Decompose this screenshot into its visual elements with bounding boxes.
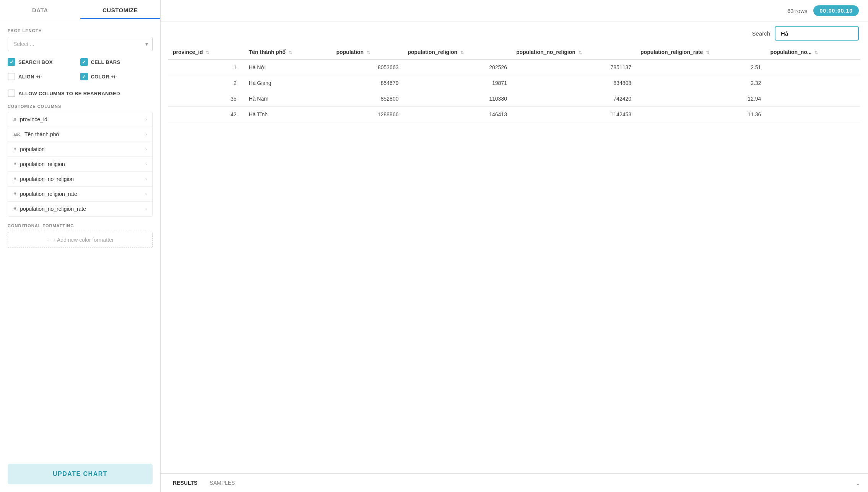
cell-bars-checkbox-box [80,58,88,66]
color-checkbox[interactable]: COLOR +/- [80,73,153,80]
column-list: # province_id › abc Tên thành phố › # po… [8,112,153,217]
add-formatter-button[interactable]: + + Add new color formatter [8,232,153,248]
sort-icon-population: ⇅ [367,50,370,55]
sort-icon-population-no-religion: ⇅ [579,50,582,55]
search-input[interactable] [775,26,859,41]
align-checkbox[interactable]: ALIGN +/- [8,73,80,80]
search-box-checkbox[interactable]: SEARCH BOX [8,58,80,66]
tab-customize[interactable]: CUSTOMIZE [80,0,161,19]
chevron-right-icon: › [145,117,147,122]
table-cell-population_no_religion: 7851137 [512,59,636,75]
col-name-province-id: province_id [20,116,47,122]
page-length-label: PAGE LENGTH [8,28,153,33]
bottom-tab-samples[interactable]: SAMPLES [205,474,239,492]
column-item-population[interactable]: # population › [8,142,152,157]
tab-data[interactable]: DATA [0,0,80,19]
customize-columns-label: CUSTOMIZE COLUMNS [8,104,153,109]
col-name-population: population [20,146,45,152]
collapse-icon[interactable]: ⌄ [855,479,860,487]
table-cell-overflow [766,107,860,122]
col-name-population-no-religion-rate: population_no_religion_rate [20,206,86,212]
update-chart-button[interactable]: UPDATE CHART [8,464,153,484]
table-cell-province_id: 1 [168,59,244,75]
column-item-province-id[interactable]: # province_id › [8,112,152,127]
column-item-population-no-religion[interactable]: # population_no_religion › [8,172,152,187]
plus-icon: + [46,237,49,243]
allow-rearrange-checkbox-box [8,90,15,97]
table-cell-population_no_religion: 834808 [512,75,636,91]
column-item-population-no-religion-rate[interactable]: # population_no_religion_rate › [8,202,152,216]
panel-body: PAGE LENGTH Select ... ▾ SEARCH BOX CELL… [0,19,160,458]
table-cell-population_no_religion: 1142453 [512,107,636,122]
bottom-tab-results[interactable]: RESULTS [168,474,202,492]
search-bar: Search [161,22,868,45]
table-cell-population_religion: 110380 [403,91,512,107]
table-row: 42Hà Tĩnh1288866146413114245311.36 [168,107,860,122]
search-label: Search [752,30,770,37]
column-item-population-religion-rate[interactable]: # population_religion_rate › [8,187,152,202]
conditional-formatting-label: CONDITIONAL FORMATTING [8,223,153,228]
col-type-hash-6: # [13,206,16,212]
bottom-tabs: RESULTS SAMPLES ⌄ [161,473,868,492]
table-cell-ten_thanh_pho: Hà Tĩnh [244,107,332,122]
table-cell-overflow [766,59,860,75]
table-cell-population_religion_rate: 12.94 [636,91,766,107]
allow-rearrange-label: ALLOW COLUMNS TO BE REARRANGED [18,91,120,96]
page-length-select[interactable]: Select ... [8,37,153,51]
table-row: 1Hà Nội805366320252678511372.51 [168,59,860,75]
table-cell-ten_thanh_pho: Hà Nội [244,59,332,75]
panel-footer: UPDATE CHART [0,458,160,492]
checkboxes-row: SEARCH BOX CELL BARS ALIGN +/- COLOR +/- [8,58,153,84]
col-type-hash-4: # [13,176,16,182]
table-cell-province_id: 2 [168,75,244,91]
top-bar: 63 rows 00:00:00.10 [161,0,868,22]
col-type-hash-5: # [13,191,16,197]
th-population-no-religion-rate[interactable]: population_no... ⇅ [766,45,860,59]
align-checkbox-box [8,73,15,80]
table-cell-population_religion_rate: 11.36 [636,107,766,122]
th-province-id[interactable]: province_id ⇅ [168,45,244,59]
chevron-right-icon-2: › [145,132,147,137]
table-container: province_id ⇅ Tên thành phố ⇅ population… [161,45,868,473]
table-header-row: province_id ⇅ Tên thành phố ⇅ population… [168,45,860,59]
table-cell-population: 8053663 [332,59,403,75]
table-cell-overflow [766,75,860,91]
table-cell-province_id: 42 [168,107,244,122]
cell-bars-checkbox[interactable]: CELL BARS [80,58,153,66]
table-cell-population_religion: 146413 [403,107,512,122]
col-name-population-religion: population_religion [20,161,65,167]
table-cell-population_religion: 202526 [403,59,512,75]
column-item-population-religion[interactable]: # population_religion › [8,157,152,172]
column-item-ten-thanh-pho[interactable]: abc Tên thành phố › [8,127,152,142]
table-cell-population: 854679 [332,75,403,91]
add-formatter-label: + Add new color formatter [53,237,114,243]
allow-rearrange-checkbox[interactable]: ALLOW COLUMNS TO BE REARRANGED [8,90,153,97]
th-ten-thanh-pho[interactable]: Tên thành phố ⇅ [244,45,332,59]
chevron-right-icon-6: › [145,191,147,197]
col-type-abc: abc [13,132,21,137]
search-box-checkbox-box [8,58,15,66]
sort-icon-ten-thanh-pho: ⇅ [289,50,292,55]
table-cell-population_no_religion: 742420 [512,91,636,107]
chevron-right-icon-3: › [145,147,147,152]
th-population[interactable]: population ⇅ [332,45,403,59]
data-table: province_id ⇅ Tên thành phố ⇅ population… [168,45,860,122]
th-population-religion[interactable]: population_religion ⇅ [403,45,512,59]
chevron-right-icon-4: › [145,161,147,167]
time-elapsed-badge: 00:00:00.10 [813,5,859,16]
cell-bars-label: CELL BARS [91,59,120,65]
col-type-hash: # [13,117,16,122]
col-type-hash-2: # [13,147,16,152]
chevron-right-icon-5: › [145,176,147,182]
left-panel: DATA CUSTOMIZE PAGE LENGTH Select ... ▾ … [0,0,161,492]
th-population-religion-rate[interactable]: population_religion_rate ⇅ [636,45,766,59]
sort-icon-population-no-religion-rate: ⇅ [814,50,818,55]
color-label: COLOR +/- [91,74,117,80]
table-cell-population: 852800 [332,91,403,107]
table-cell-province_id: 35 [168,91,244,107]
col-name-ten-thanh-pho: Tên thành phố [24,131,60,137]
th-population-no-religion[interactable]: population_no_religion ⇅ [512,45,636,59]
sort-icon-province-id: ⇅ [206,50,209,55]
sort-icon-population-religion: ⇅ [460,50,464,55]
page-length-select-wrapper: Select ... ▾ [8,37,153,51]
